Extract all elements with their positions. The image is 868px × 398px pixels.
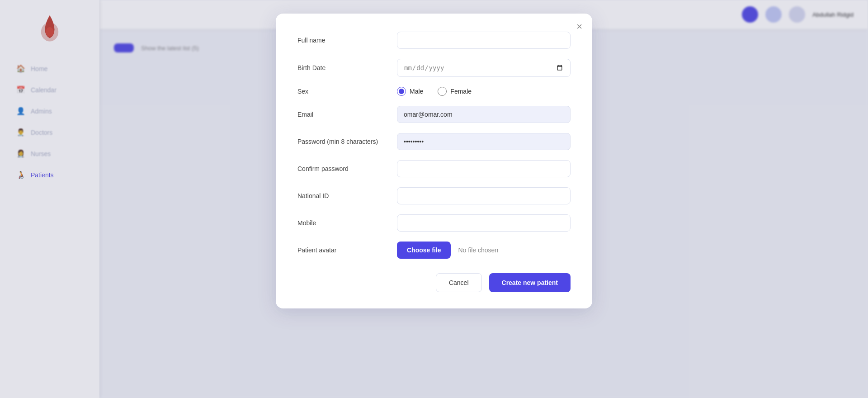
- full-name-row: Full name: [297, 32, 571, 49]
- confirm-password-label: Confirm password: [297, 165, 397, 172]
- modal: × Full name Birth Date Sex Male: [276, 14, 592, 308]
- mobile-field: [397, 214, 571, 232]
- sex-female-text: Female: [450, 88, 472, 95]
- confirm-password-row: Confirm password: [297, 160, 571, 177]
- sex-label: Sex: [297, 88, 397, 95]
- email-row: Email: [297, 106, 571, 123]
- modal-close-button[interactable]: ×: [576, 22, 582, 32]
- confirm-password-field: [397, 160, 571, 177]
- modal-overlay: × Full name Birth Date Sex Male: [0, 0, 868, 398]
- full-name-input[interactable]: [397, 32, 571, 49]
- password-row: Password (min 8 characters): [297, 133, 571, 150]
- create-new-patient-button[interactable]: Create new patient: [489, 273, 571, 292]
- mobile-input[interactable]: [397, 214, 571, 232]
- email-input[interactable]: [397, 106, 571, 123]
- national-id-input[interactable]: [397, 187, 571, 204]
- national-id-field: [397, 187, 571, 204]
- full-name-field: [397, 32, 571, 49]
- sex-male-label[interactable]: Male: [397, 87, 423, 96]
- birth-date-field: [397, 59, 571, 77]
- sex-field: Male Female: [397, 87, 571, 96]
- email-label: Email: [297, 111, 397, 118]
- cancel-button[interactable]: Cancel: [436, 273, 482, 292]
- email-field: [397, 106, 571, 123]
- no-file-text: No file chosen: [458, 246, 498, 254]
- modal-actions: Cancel Create new patient: [297, 273, 571, 292]
- national-id-row: National ID: [297, 187, 571, 204]
- birth-date-label: Birth Date: [297, 64, 397, 71]
- patient-avatar-row: Patient avatar Choose file No file chose…: [297, 242, 571, 259]
- mobile-row: Mobile: [297, 214, 571, 232]
- sex-row: Sex Male Female: [297, 87, 571, 96]
- sex-male-text: Male: [410, 88, 423, 95]
- full-name-label: Full name: [297, 37, 397, 44]
- sex-female-radio[interactable]: [438, 87, 447, 96]
- patient-avatar-field: Choose file No file chosen: [397, 242, 571, 259]
- choose-file-button[interactable]: Choose file: [397, 242, 451, 259]
- sex-female-label[interactable]: Female: [438, 87, 472, 96]
- national-id-label: National ID: [297, 192, 397, 199]
- birth-date-input[interactable]: [397, 59, 571, 77]
- file-row: Choose file No file chosen: [397, 242, 571, 259]
- password-field: [397, 133, 571, 150]
- password-label: Password (min 8 characters): [297, 138, 397, 145]
- sex-male-radio[interactable]: [397, 87, 406, 96]
- birth-date-row: Birth Date: [297, 59, 571, 77]
- patient-avatar-label: Patient avatar: [297, 246, 397, 254]
- password-input[interactable]: [397, 133, 571, 150]
- mobile-label: Mobile: [297, 219, 397, 227]
- confirm-password-input[interactable]: [397, 160, 571, 177]
- sex-radio-group: Male Female: [397, 87, 571, 96]
